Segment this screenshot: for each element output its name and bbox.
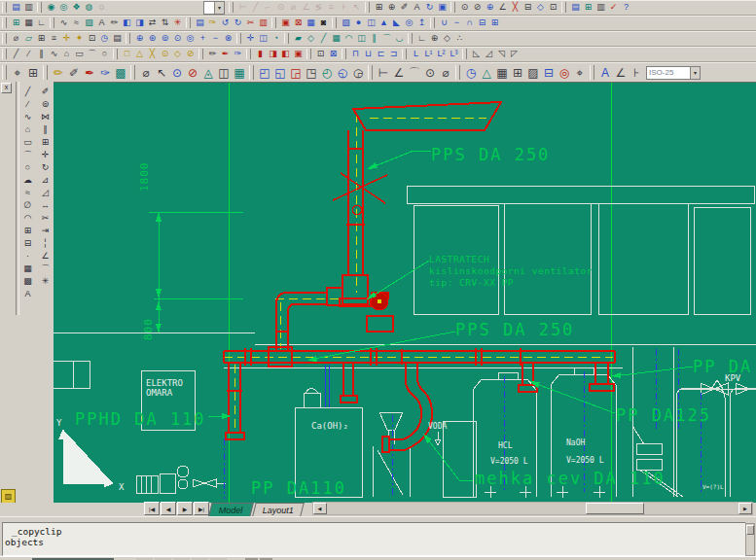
named-ucs-icon[interactable]: ⌖ [10,64,25,82]
toolbar-grip[interactable] [2,33,7,44]
toolbar-grip[interactable] [284,33,289,44]
text-edit-icon[interactable]: ✏ [108,17,121,29]
snap-center-icon[interactable]: ⊙ [159,48,171,60]
label-elektro[interactable]: ELEKTRO [146,378,183,388]
view-control-combo[interactable]: ▾ [203,1,225,15]
region-icon[interactable]: ▩ [20,275,35,288]
quadrant-1-icon[interactable]: ◰ [257,64,272,82]
view-top-icon[interactable]: ⊓ [349,48,362,60]
lengthen-icon[interactable]: ↔ [38,199,53,212]
quadrant-4-icon[interactable]: ◳ [304,64,319,82]
attribute-edit-icon[interactable]: A [95,17,108,29]
toolbar-grip[interactable] [43,65,48,80]
dim-style-combo[interactable]: ISO-25▾ [646,66,701,80]
linear-dimension-icon[interactable]: ⊢ [236,1,249,14]
dim-radius-icon[interactable]: ⊙ [422,64,438,82]
wipeout-icon[interactable]: ▩ [113,64,128,82]
dim-text-style-icon[interactable]: A [597,64,613,82]
arc-icon[interactable]: ⌒ [20,149,35,161]
annotation-labels[interactable]: PPS DA 250 PPS DA 250 PP DA PP DA125 PPH… [56,145,752,498]
ruled-surface-icon[interactable]: ∥ [368,32,380,45]
subtract-icon[interactable]: − [450,17,463,29]
label-voda[interactable]: VODA [428,422,447,431]
print-icon[interactable]: ▥ [22,1,35,14]
label-lastratech-3[interactable]: tip: CRV-XX PP [429,277,514,288]
solid-box-icon[interactable]: ▧ [340,17,352,29]
rectangle-icon[interactable]: ▭ [73,48,86,60]
copy-object-icon[interactable]: ⊚ [38,98,53,111]
properties-icon[interactable]: ▤ [194,17,206,29]
sketch-icon[interactable]: ✏ [206,48,219,60]
leader-icon[interactable]: ↖ [154,64,169,82]
diameter-dimension-icon[interactable]: ⌀ [287,1,300,14]
inquiry-icon[interactable]: ⌀ [138,64,154,82]
spline-icon[interactable]: ≈ [20,187,35,199]
tool-palettes-icon[interactable]: ▥ [594,1,607,14]
toolbar-grip[interactable] [126,33,130,44]
copy-clip-icon[interactable]: ▥ [257,17,270,29]
2d-solid-icon[interactable]: ▰ [292,32,305,45]
clock-1-icon[interactable]: ◴ [319,64,335,82]
undo-view-icon[interactable]: ◉ [45,1,57,14]
solid-cone-icon[interactable]: ▲ [378,17,390,29]
solid-sphere-icon[interactable]: ● [352,17,365,29]
target-icon[interactable]: ◎ [557,64,572,82]
grid-toggle-icon[interactable]: ▦ [22,17,35,29]
align-icon[interactable]: ⇄ [146,17,159,29]
pan-icon[interactable]: ✛ [244,32,257,45]
ucs-world-icon[interactable]: ⊕ [428,32,441,45]
revolved-surface-icon[interactable]: ◠ [342,32,355,45]
solid-cylinder-icon[interactable]: ◫ [365,17,378,29]
dim-diameter-icon[interactable]: ⌀ [438,64,453,82]
aligned-dimension-icon[interactable]: ╱ [249,1,262,14]
hyperlink-icon[interactable]: ⊠ [327,48,340,60]
toolbar-grip[interactable] [430,18,435,28]
zoom-out-icon[interactable]: − [209,32,222,45]
voda-container[interactable] [435,421,476,497]
move-icon[interactable]: ✛ [38,149,53,161]
area-icon[interactable]: ▱ [22,32,35,45]
refedit-block-icon[interactable]: ▮ [254,48,267,60]
toolbar-grip[interactable] [249,65,254,80]
polyline-icon[interactable]: ∿ [48,48,60,60]
array-icon[interactable]: ⊞ [38,136,53,149]
toolbar-grip[interactable] [271,18,276,28]
ucs-dialog-icon[interactable]: ⊞ [25,64,41,82]
redo-icon[interactable]: ↻ [232,17,244,29]
hatch-block-icon[interactable]: ▨ [525,64,541,82]
section-icon[interactable]: ⊞ [488,17,501,29]
shade-mode-icon[interactable]: ◌ [95,1,108,14]
ucs-z-axis-icon[interactable]: L [410,48,422,60]
zoom-window-icon[interactable]: ⊕ [133,32,146,45]
toolbar-grip[interactable] [113,49,118,59]
toolbar-grip[interactable] [236,33,241,44]
tolerance-icon[interactable]: ⊞ [373,1,385,14]
label-lastratech-1[interactable]: LASTRATECH [429,254,489,264]
explode-attributes-icon[interactable]: ✳ [171,17,184,29]
drawing-canvas[interactable]: PPS DA 250 PPS DA 250 PP DA PP DA125 PPH… [54,82,756,504]
extend-icon[interactable]: ⇥ [38,225,53,237]
save-icon[interactable]: ▤ [10,1,22,14]
scroll-left-icon[interactable]: ◀ [313,503,327,514]
polygon-icon[interactable]: ⌂ [60,48,73,60]
lock-reference-icon[interactable]: ◙ [317,17,330,29]
construction-line-icon[interactable]: ∕ [20,98,35,111]
polygon-icon[interactable]: ⌂ [20,123,35,136]
dimension-text-edit-icon[interactable]: A [411,1,423,14]
point-icon[interactable]: · [20,250,35,262]
angle-tool-icon[interactable]: ∠ [496,1,509,14]
rectangle-icon[interactable]: ▭ [20,136,35,149]
baseline-dimension-icon[interactable]: ≡ [325,1,338,14]
blue-pen-icon[interactable]: ✑ [97,64,113,82]
spline-edit-icon[interactable]: ≈ [70,17,83,29]
offset-icon[interactable]: ∥ [38,123,53,136]
line-icon[interactable]: ╱ [20,86,35,98]
scale-icon[interactable]: ⊿ [38,174,53,187]
ucs-object-icon[interactable]: ◇ [441,32,453,45]
toolbar-grip[interactable] [2,2,7,13]
dimension-edit-icon[interactable]: ✐ [398,1,411,14]
add-to-workset-icon[interactable]: ◨ [267,48,279,60]
3d-face-icon[interactable]: ◇ [305,32,317,45]
reference-edit-icon[interactable]: ▣ [279,17,292,29]
toolbar-grip[interactable] [50,18,54,28]
